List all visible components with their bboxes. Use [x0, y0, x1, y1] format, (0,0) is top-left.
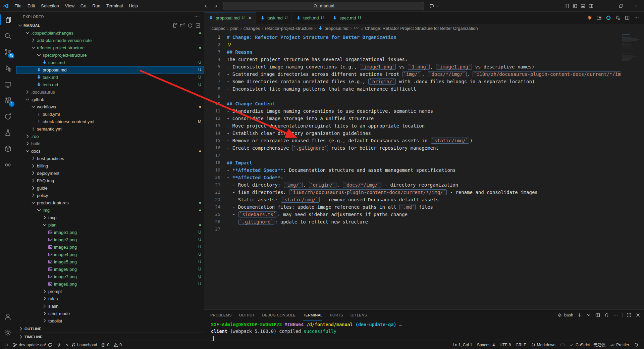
- status-cursor-position[interactable]: Ln 1, Col 1: [451, 341, 474, 349]
- maximize-panel-icon[interactable]: [626, 312, 632, 318]
- terminal-dropdown-icon[interactable]: [586, 312, 591, 318]
- tree-item-guide[interactable]: guide: [16, 184, 204, 192]
- tree-item-policy[interactable]: policy: [16, 192, 204, 199]
- menu-edit[interactable]: Edit: [24, 2, 38, 10]
- editor-content[interactable]: 1# Change: Refactor Project Structure fo…: [204, 33, 621, 309]
- tab-proposal.md[interactable]: proposal.mdU✕: [204, 12, 256, 24]
- toggle-panel-icon[interactable]: [580, 3, 586, 9]
- tree-item-img[interactable]: img●: [16, 206, 204, 214]
- copilot-chat-button[interactable]: [429, 0, 439, 12]
- toggle-primary-sidebar-icon[interactable]: [572, 3, 578, 9]
- activity-item-extensions[interactable]: 1: [0, 92, 16, 108]
- kill-terminal-icon[interactable]: [604, 312, 609, 318]
- menu-selection[interactable]: Selection: [38, 2, 62, 10]
- tree-item-proposal.md[interactable]: proposal.mdU: [16, 66, 204, 73]
- tree-item-image2.png[interactable]: image2.pngU: [16, 236, 204, 243]
- activity-item-remote-explorer[interactable]: [0, 76, 16, 92]
- tree-item-product-features[interactable]: product-features●: [16, 199, 204, 206]
- sidebar-section-outline[interactable]: OUTLINE: [16, 325, 204, 333]
- activity-item-ai-assistant[interactable]: [0, 157, 16, 173]
- more-actions-icon[interactable]: [634, 15, 639, 20]
- tree-item-plan[interactable]: plan●: [16, 221, 204, 229]
- panel-tab-terminal[interactable]: TERMINAL: [303, 310, 322, 320]
- refresh-icon[interactable]: [187, 23, 193, 28]
- close-window-button[interactable]: [629, 0, 644, 12]
- tree-item-strict-mode[interactable]: strict-mode: [16, 310, 204, 317]
- toggle-secondary-sidebar-icon[interactable]: [588, 3, 594, 9]
- tree-item-billing[interactable]: billing: [16, 162, 204, 169]
- tree-item-build[interactable]: build: [16, 140, 204, 147]
- breadcrumb-item[interactable]: refactor-project-structure: [265, 26, 313, 31]
- tree-item-image7.png[interactable]: image7.pngU: [16, 273, 204, 280]
- restore-button[interactable]: [613, 0, 629, 12]
- tree-item-.roo[interactable]: .roo: [16, 133, 204, 140]
- breadcrumb-file[interactable]: proposal.md: [325, 26, 349, 31]
- split-editor-icon[interactable]: [625, 15, 630, 20]
- explorer-more-actions-icon[interactable]: [194, 14, 199, 19]
- panel-tab-gitlens[interactable]: GITLENS: [351, 310, 367, 320]
- compare-changes-icon[interactable]: [615, 15, 621, 20]
- activity-item-search[interactable]: [0, 28, 16, 44]
- minimize-button[interactable]: [598, 0, 613, 12]
- tree-item-todolist[interactable]: todolist: [16, 317, 204, 325]
- starburst-icon[interactable]: [587, 15, 592, 20]
- panel-tab-ports[interactable]: PORTS: [330, 310, 343, 320]
- tree-item-image6.png[interactable]: image6.pngU: [16, 265, 204, 273]
- status-prettier[interactable]: Prettier: [608, 341, 631, 349]
- command-center-search[interactable]: manual: [223, 2, 424, 10]
- tree-item-image5.png[interactable]: image5.pngU: [16, 258, 204, 265]
- status-eol[interactable]: CRLF: [514, 341, 528, 349]
- terminal-shell-selector[interactable]: bash: [557, 312, 573, 318]
- tree-item-image8.png[interactable]: image8.pngU: [16, 280, 204, 288]
- tree-item-semantic.yml[interactable]: !semantic.yml: [16, 125, 204, 133]
- tree-item-.github[interactable]: .github: [16, 96, 204, 103]
- panel-tab-problems[interactable]: PROBLEMS: [210, 310, 232, 320]
- tree-item-prompt[interactable]: prompt: [16, 288, 204, 295]
- status-errors[interactable]: 0: [99, 341, 111, 349]
- activity-item-accounts[interactable]: [0, 308, 16, 325]
- back-arrow-icon[interactable]: [204, 3, 209, 9]
- swirl-icon[interactable]: [606, 15, 611, 20]
- activity-item-run-debug[interactable]: [0, 60, 16, 76]
- tree-item-image3.png[interactable]: image3.pngU: [16, 243, 204, 251]
- status-plugin-status[interactable]: [54, 341, 63, 349]
- tree-item-deployment[interactable]: deployment: [16, 169, 204, 177]
- tree-item-add-plan-mode-version-note[interactable]: add-plan-mode-version-note: [16, 37, 204, 44]
- activity-item-source-control[interactable]: 45: [0, 44, 16, 60]
- activity-item-containers[interactable]: [0, 141, 16, 157]
- tree-item-build.yml[interactable]: !build.yml: [16, 110, 204, 118]
- panel-tab-debug-console[interactable]: DEBUG CONSOLE: [262, 310, 296, 320]
- workspace-root-row[interactable]: MANUAL: [16, 22, 204, 29]
- minimap[interactable]: [621, 33, 644, 309]
- status-remote-window[interactable]: [2, 341, 11, 349]
- tree-item-rules[interactable]: rules: [16, 295, 204, 302]
- menu-terminal[interactable]: Terminal: [103, 2, 126, 10]
- new-file-icon[interactable]: [172, 23, 177, 28]
- close-tab-icon[interactable]: ✕: [248, 15, 252, 20]
- status-notifications[interactable]: [632, 341, 641, 349]
- activity-item-explorer[interactable]: [0, 12, 16, 28]
- panel-tab-output[interactable]: OUTPUT: [239, 310, 255, 320]
- status-warnings[interactable]: 0: [111, 341, 124, 349]
- status-launchpad[interactable]: Launchpad: [63, 341, 99, 349]
- tree-item-image4.png[interactable]: image4.pngU: [16, 251, 204, 258]
- status-indentation[interactable]: Spaces: 4: [475, 341, 497, 349]
- menu-go[interactable]: Go: [77, 2, 89, 10]
- split-terminal-icon[interactable]: [595, 312, 600, 318]
- activity-item-sync-view[interactable]: [0, 108, 16, 124]
- tree-item-refactor-project-structure[interactable]: refactor-project-structure●: [16, 44, 204, 51]
- menu-help[interactable]: Help: [126, 2, 141, 10]
- tree-item-slash[interactable]: slash: [16, 302, 204, 310]
- breadcrumb-symbol[interactable]: # Change: Refactor Project Structure for…: [361, 26, 478, 31]
- tree-item-docs[interactable]: docs●: [16, 147, 204, 155]
- tree-item-specs-project-structure[interactable]: specs\project-structure: [16, 51, 204, 59]
- tree-item-tech.md[interactable]: tech.mdU: [16, 81, 204, 88]
- tree-item-.docusaurus[interactable]: .docusaurus: [16, 88, 204, 96]
- menu-view[interactable]: View: [62, 2, 77, 10]
- tree-item-task.md[interactable]: task.mdU: [16, 73, 204, 81]
- new-folder-icon[interactable]: [180, 23, 185, 28]
- tree-item-mcp[interactable]: mcp: [16, 214, 204, 221]
- menu-run[interactable]: Run: [89, 2, 103, 10]
- tab-task.md[interactable]: task.mdU: [256, 12, 292, 24]
- tab-spec.md[interactable]: spec.mdU: [328, 12, 365, 24]
